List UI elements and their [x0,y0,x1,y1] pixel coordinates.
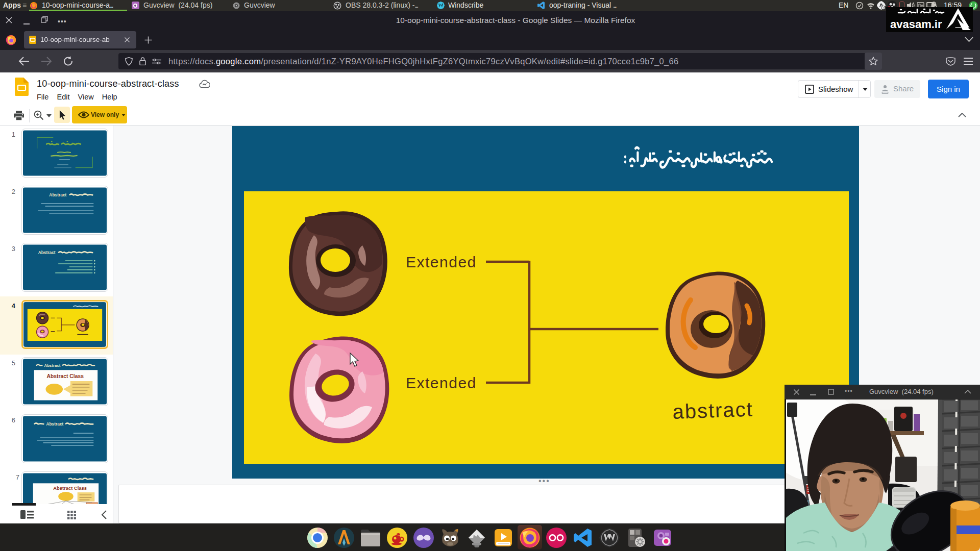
svg-text:Abstract Class: Abstract Class [53,486,87,491]
svg-text:Abstract: Abstract [38,250,56,255]
svg-text:Abstract Class: Abstract Class [46,373,84,379]
svg-text:abstract: abstract [672,397,754,422]
svg-text:Abstract: Abstract [49,192,66,197]
svg-text:avasam.ir: avasam.ir [890,18,942,31]
svg-text:Abstract: Abstract [46,421,63,427]
svg-text:Abstract: Abstract [44,363,60,368]
svg-text:Extended: Extended [406,374,477,391]
svg-text:Extended: Extended [406,254,477,270]
